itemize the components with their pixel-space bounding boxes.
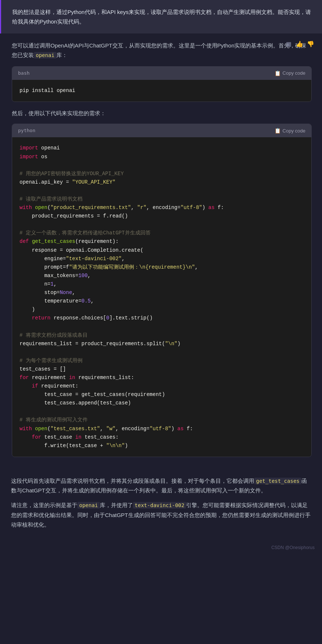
user-message: 我的想法是这样，通过Python代码，和API keys来实现，读取产品需求说明… bbox=[0, 0, 322, 33]
then-text: 然后，使用以下代码来实现您的需求： bbox=[12, 109, 312, 118]
assistant-response: ▦ 👍 👎 您可以通过调用OpenAI的API与ChatGPT交互，从而实现您的… bbox=[0, 33, 322, 470]
python-code-body: import openai import os # 用您的API密钥替换这里的Y… bbox=[12, 137, 311, 456]
python-code-header: python 📋 Copy code bbox=[12, 124, 311, 138]
bash-copy-label: Copy code bbox=[283, 70, 305, 76]
intro-text2: 库： bbox=[56, 52, 67, 58]
bash-copy-button[interactable]: 📋 Copy code bbox=[274, 70, 305, 76]
thumbs-down-icon[interactable]: 👎 bbox=[307, 40, 315, 48]
copy-icon-python: 📋 bbox=[274, 128, 281, 134]
inline-code-openai2: openai bbox=[77, 502, 100, 509]
summary-paragraph: 这段代码首先读取产品需求说明书文档，并将其分成段落或条目。接着，对于每个条目，它… bbox=[11, 476, 311, 496]
copy-icon[interactable]: ▦ bbox=[284, 40, 293, 48]
bash-code-body: pip install openai bbox=[12, 80, 311, 102]
assistant-actions: ▦ 👍 👎 bbox=[284, 40, 315, 48]
bash-code-pre: pip install openai bbox=[20, 86, 304, 95]
page-wrapper: 我的想法是这样，通过Python代码，和API keys来实现，读取产品需求说明… bbox=[0, 0, 322, 644]
python-code-block: python 📋 Copy code import openai import … bbox=[12, 124, 312, 457]
python-copy-label: Copy code bbox=[283, 128, 305, 134]
user-message-text: 我的想法是这样，通过Python代码，和API keys来实现，读取产品需求说明… bbox=[12, 7, 311, 26]
response-intro: 您可以通过调用OpenAI的API与ChatGPT交互，从而实现您的需求。这里是… bbox=[12, 41, 312, 60]
note-text2: 库，并使用了 bbox=[100, 502, 133, 508]
summary-text1: 这段代码首先读取产品需求说明书文档，并将其分成段落或条目。接着，对于每个条目，它… bbox=[11, 478, 254, 484]
inline-code-get-test-cases: get_test_cases bbox=[254, 478, 301, 484]
copy-icon-bash: 📋 bbox=[274, 70, 281, 76]
bash-lang-label: bash bbox=[18, 70, 29, 77]
thumbs-up-icon[interactable]: 👍 bbox=[295, 40, 304, 48]
python-code-pre: import openai import os # 用您的API密钥替换这里的Y… bbox=[20, 144, 304, 450]
note-text1: 请注意，这里的示例是基于 bbox=[11, 502, 77, 508]
footer: CSDN @Onesiphorus bbox=[0, 541, 322, 556]
python-copy-button[interactable]: 📋 Copy code bbox=[274, 128, 305, 134]
inline-code-openai: openai bbox=[34, 52, 56, 59]
footer-label: CSDN @Onesiphorus bbox=[271, 545, 315, 550]
bash-code-header: bash 📋 Copy code bbox=[12, 67, 311, 80]
inline-code-davinci: text-davinci-002 bbox=[133, 502, 186, 509]
python-lang-label: python bbox=[18, 127, 35, 135]
note-paragraph: 请注意，这里的示例是基于openai库，并使用了text-davinci-002… bbox=[11, 500, 311, 530]
bottom-text-section: 这段代码首先读取产品需求说明书文档，并将其分成段落或条目。接着，对于每个条目，它… bbox=[0, 470, 322, 541]
bash-code-text: pip install openai bbox=[20, 88, 75, 93]
bash-code-block: bash 📋 Copy code pip install openai bbox=[12, 66, 312, 102]
